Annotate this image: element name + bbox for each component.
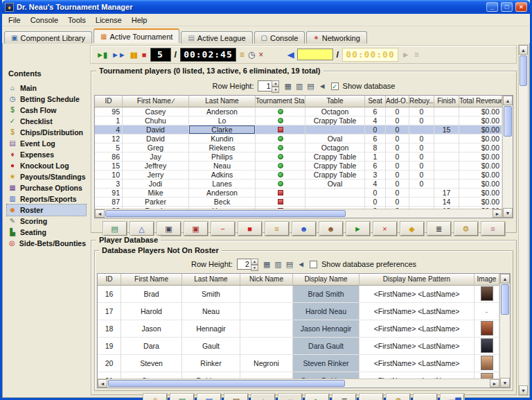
remove-player-button[interactable]: − (211, 222, 235, 236)
cell-first[interactable]: Brad (121, 286, 182, 303)
show-database-checkbox[interactable]: ✓ (331, 82, 339, 90)
cell-seat[interactable]: 0 (365, 189, 386, 198)
cell-id[interactable]: 95 (95, 107, 123, 116)
sidebar-item-scoring[interactable]: ✎Scoring (7, 216, 86, 227)
unlock-button[interactable]: ⚙ (454, 222, 478, 236)
cell-finish[interactable] (434, 144, 459, 153)
cell-status[interactable] (256, 134, 305, 144)
cell-status[interactable] (256, 162, 305, 171)
cell-image[interactable] (475, 355, 499, 372)
cell-rebuy[interactable]: 0 (409, 180, 434, 189)
cell-display[interactable]: Jason Hennagir (293, 320, 360, 338)
cell-finish[interactable] (434, 153, 459, 162)
cell-last[interactable]: Clarke (189, 125, 256, 134)
spinner-down-icon[interactable]: ▼ (272, 87, 279, 93)
sidebar-item-reports-exports[interactable]: ▥Reports/Exports (7, 193, 86, 205)
cell-addon[interactable]: 0 (386, 144, 409, 153)
column-header-id[interactable]: ID (98, 274, 121, 286)
cell-addon[interactable]: 0 (386, 125, 409, 134)
cell-nick[interactable]: Negroni (240, 355, 293, 372)
spinner-down-icon[interactable]: ▼ (251, 265, 258, 271)
scroll-down-icon[interactable]: ▼ (500, 378, 510, 388)
cell-id[interactable]: 10 (95, 171, 123, 180)
sidebar-item-main[interactable]: ⌂Main (7, 82, 86, 94)
cell-nick[interactable] (240, 286, 293, 303)
cell-seat[interactable]: 6 (365, 134, 386, 144)
display-screen-button[interactable]: ▣ (157, 222, 181, 236)
cell-first[interactable]: Greg (123, 144, 189, 153)
close-button[interactable]: × (515, 2, 527, 12)
scroll-up-icon[interactable]: ▲ (519, 45, 528, 55)
database-key-button[interactable]: ⚙ (387, 394, 410, 400)
scroll-down-icon[interactable]: ▼ (519, 385, 528, 395)
cell-status[interactable] (256, 189, 305, 198)
cell-revenue[interactable]: $0.00 (459, 180, 502, 189)
column-header-last-name[interactable]: Last Name (182, 274, 240, 286)
scroll-track[interactable] (519, 55, 528, 385)
cell-revenue[interactable]: $0.00 (459, 125, 502, 134)
cell-first[interactable]: Jodi (123, 180, 189, 189)
cell-finish[interactable]: 17 (434, 189, 459, 198)
cell-first[interactable]: Harold (121, 303, 182, 320)
cell-seat[interactable]: 6 (365, 162, 386, 171)
sidebar-item-seating[interactable]: ▙Seating (7, 227, 86, 238)
cell-first[interactable]: Mike (123, 189, 189, 198)
sidebar-item-expenses[interactable]: ♦Expenses (7, 149, 86, 160)
cell-id[interactable]: 12 (95, 134, 123, 144)
cell-image[interactable] (475, 372, 499, 379)
cell-image[interactable] (475, 286, 499, 303)
scroll-down-icon[interactable]: ▼ (503, 208, 513, 218)
scroll-track[interactable] (107, 379, 490, 388)
cell-finish[interactable] (434, 162, 459, 171)
cell-status[interactable] (256, 107, 305, 116)
cell-last[interactable]: Philips (189, 153, 256, 162)
cell-rebuy[interactable] (409, 198, 434, 207)
scroll-right-icon[interactable]: ► (493, 209, 502, 218)
menu-help[interactable]: Help (127, 15, 152, 26)
cell-first[interactable]: Parker (123, 198, 189, 207)
roster-vertical-scrollbar[interactable]: ▲ ▼ (502, 96, 513, 218)
cell-finish[interactable]: 14 (434, 198, 459, 207)
column-header-tournament-sta[interactable]: Tournament Sta... (256, 96, 305, 107)
scroll-thumb[interactable] (520, 55, 527, 86)
announcement-input[interactable] (297, 49, 333, 60)
cell-finish[interactable] (434, 116, 459, 125)
cell-id[interactable]: 17 (98, 303, 121, 320)
cell-first[interactable]: David (123, 134, 189, 144)
cell-finish[interactable] (434, 107, 459, 116)
cell-display[interactable]: Harold Neau (293, 303, 360, 320)
column-header-rebuy[interactable]: Rebuy... (409, 96, 434, 107)
cell-status[interactable] (256, 171, 305, 180)
cell-addon[interactable]: 0 (386, 180, 409, 189)
cell-first[interactable]: Steve (121, 372, 182, 379)
cell-id[interactable]: 19 (98, 338, 121, 355)
clock-icon[interactable]: ◷ (247, 50, 256, 60)
cell-revenue[interactable]: $0.00 (459, 144, 502, 153)
show-database-preferences-checkbox[interactable] (310, 261, 317, 268)
cell-last[interactable]: Gault (182, 338, 240, 355)
scroll-left-icon[interactable]: ◄ (98, 379, 107, 388)
cell-last[interactable]: Lo (189, 116, 256, 125)
chips-icon[interactable]: ≡ (239, 50, 245, 60)
column-header-add-o[interactable]: Add-O... (386, 96, 409, 107)
cell-first[interactable]: Steven (121, 355, 182, 372)
roster-horizontal-scrollbar[interactable]: ◄ ► (95, 209, 502, 218)
cell-revenue[interactable]: $0.00 (459, 116, 502, 125)
cell-first[interactable]: Jeffrey (123, 162, 189, 171)
cell-image[interactable]: - (475, 303, 499, 320)
cell-status[interactable] (256, 180, 305, 189)
cell-last[interactable]: Dahlman (182, 372, 240, 379)
cell-id[interactable]: 15 (95, 162, 123, 171)
cell-addon[interactable]: 0 (386, 134, 409, 144)
cell-last[interactable]: Anderson (189, 189, 256, 198)
cell-display[interactable]: Steven Rinker (293, 355, 360, 372)
cell-finish[interactable] (434, 171, 459, 180)
cell-table[interactable] (305, 198, 365, 207)
spinner-buttons[interactable]: ▲▼ (251, 259, 258, 270)
statistics-button[interactable]: ▂▅▇ (441, 394, 464, 400)
column-header-seat[interactable]: Seat (365, 96, 386, 107)
cell-rebuy[interactable]: 0 (409, 116, 434, 125)
cell-revenue[interactable]: $0.00 (459, 171, 502, 180)
cell-last[interactable]: Neau (189, 162, 256, 171)
spinner-up-icon[interactable]: ▲ (272, 80, 279, 87)
